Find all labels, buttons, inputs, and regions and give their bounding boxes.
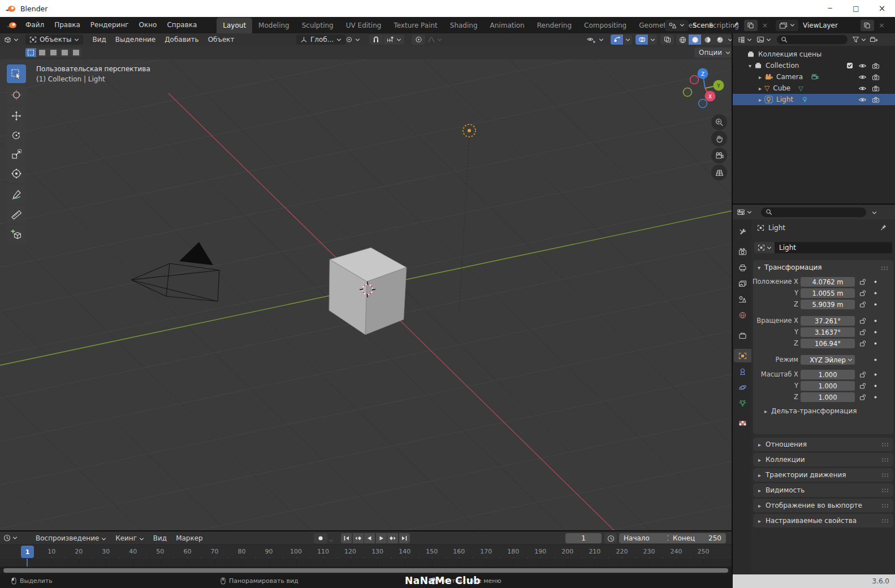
menu-Файл[interactable]: Файл [20, 17, 49, 33]
transform-panel-header[interactable]: ▾Трансформация [758, 263, 822, 271]
lock-open-icon[interactable] [859, 340, 866, 347]
animate-dot-icon[interactable] [873, 279, 878, 284]
light-object[interactable] [463, 124, 475, 137]
workspace-tab-modeling[interactable]: Modeling [252, 18, 296, 33]
collection-checkbox[interactable] [846, 62, 853, 69]
workspace-tab-rendering[interactable]: Rendering [531, 18, 578, 33]
frame-end-field[interactable]: Конец250 [668, 533, 726, 543]
shading-material-button[interactable] [701, 34, 714, 45]
pin-id-icon[interactable] [880, 224, 887, 232]
snap-toggle-button[interactable] [369, 34, 383, 45]
lock-open-icon[interactable] [859, 290, 866, 296]
blender-menu-logo-icon[interactable] [6, 20, 17, 30]
disclosure-closed-icon[interactable]: ▸ [759, 74, 762, 80]
workspace-tab-uv-editing[interactable]: UV Editing [340, 18, 388, 33]
tool-annotate[interactable] [7, 185, 26, 204]
workspace-tab-shading[interactable]: Shading [444, 18, 484, 33]
properties-tab-constraints[interactable] [734, 365, 751, 378]
overlays-dropdown[interactable] [648, 34, 657, 45]
hide-eye-icon[interactable] [858, 85, 867, 92]
transform-value-field[interactable]: 1.000 [801, 381, 855, 391]
timeline-ruler[interactable]: 1020304050607080901001101201301401501601… [0, 544, 732, 559]
id-type-dropdown[interactable] [754, 242, 775, 253]
section-disclosure-icon[interactable]: ▸ [758, 503, 761, 509]
section-disclosure-icon[interactable]: ▸ [758, 457, 761, 463]
transform-value-field[interactable]: 1.000 [801, 392, 855, 402]
outliner-row-collection[interactable]: ▾Collection [733, 60, 895, 71]
auto-keying-button[interactable] [314, 533, 327, 543]
viewport-menu-Вид[interactable]: Вид [88, 33, 110, 46]
timeline-menu-Кеинг[interactable]: Кеинг [111, 532, 149, 544]
delta-transform-subpanel[interactable]: ▸Дельта-трансформация [764, 407, 857, 415]
section-настраиваемые-свойства[interactable]: ▸Настраиваемые свойства [753, 514, 893, 528]
properties-options-dropdown[interactable] [872, 208, 877, 216]
select-mode-set[interactable] [25, 48, 36, 57]
section-траектории-движения[interactable]: ▸Траектории движения [753, 468, 893, 482]
animate-dot-icon[interactable] [873, 330, 878, 335]
properties-tab-texture[interactable] [734, 417, 751, 430]
tool-scale[interactable] [7, 145, 26, 163]
frame-start-field[interactable]: Начало1 [619, 533, 676, 543]
lock-open-icon[interactable] [859, 394, 866, 400]
pivot-point-dropdown[interactable] [343, 34, 363, 45]
animate-dot-icon[interactable] [873, 291, 878, 296]
rotation-mode-dropdown[interactable]: XYZ Эйлер [801, 355, 855, 365]
view-layer-type-dropdown[interactable] [776, 20, 798, 31]
menu-Справка[interactable]: Справка [162, 17, 202, 33]
outliner-filter-image-dropdown[interactable] [756, 36, 771, 43]
timeline-scrollbar[interactable] [3, 568, 728, 573]
shading-wireframe-button[interactable] [676, 34, 689, 45]
playback-next-keyframe-button[interactable] [387, 533, 398, 543]
lock-open-icon[interactable] [859, 383, 866, 389]
ortho-toggle-button[interactable] [711, 165, 727, 180]
scene-type-dropdown[interactable] [665, 20, 688, 31]
disclosure-open-icon[interactable]: ▾ [749, 63, 751, 69]
properties-tab-world[interactable] [734, 308, 751, 322]
section-disclosure-icon[interactable]: ▸ [758, 487, 761, 494]
gizmo-axes[interactable]: ZYX [677, 60, 732, 116]
properties-tab-physics[interactable] [734, 381, 751, 394]
timeline-tracks[interactable] [0, 559, 732, 567]
close-button[interactable]: × [869, 0, 895, 17]
snap-target-dropdown[interactable] [383, 34, 404, 45]
scene-name[interactable]: Scene [688, 21, 718, 29]
options-dropdown[interactable]: Опции [694, 47, 735, 58]
outliner-row-коллекция-сцены[interactable]: Коллекция сцены [733, 49, 895, 60]
properties-tab-render[interactable] [734, 245, 751, 258]
animate-dot-icon[interactable] [873, 383, 878, 388]
render-visibility-icon[interactable] [872, 97, 880, 103]
lock-open-icon[interactable] [859, 329, 866, 335]
shading-solid-button[interactable] [689, 34, 701, 45]
section-disclosure-icon[interactable]: ▸ [758, 518, 761, 524]
section-видимость[interactable]: ▸Видимость [753, 483, 893, 497]
tool-cursor[interactable] [7, 85, 26, 104]
section-disclosure-icon[interactable]: ▸ [758, 472, 761, 478]
timeline-menu-Воспроизведение[interactable]: Воспроизведение [31, 532, 111, 544]
lock-open-icon[interactable] [859, 301, 866, 308]
camera-view-button[interactable] [711, 148, 727, 163]
editor-type-button[interactable] [3, 36, 19, 44]
section-disclosure-icon[interactable]: ▸ [758, 442, 761, 448]
transform-value-field[interactable]: 1.0055 m [801, 288, 855, 298]
camera-object[interactable] [131, 242, 219, 301]
outliner-row-camera[interactable]: ▸Camera [733, 71, 895, 83]
outliner-search-input[interactable] [777, 35, 848, 44]
playback-play-reverse-button[interactable] [364, 533, 375, 543]
transform-value-field[interactable]: 3.1637° [801, 327, 855, 337]
panel-disclosure-icon[interactable]: ▾ [758, 265, 760, 271]
mode-dropdown[interactable]: Объекты [25, 34, 83, 45]
auto-keying-dropdown[interactable] [328, 536, 334, 544]
tool-rotate[interactable] [7, 126, 26, 144]
animate-dot-icon[interactable] [873, 318, 878, 323]
section-отображение-во-вьюпорте[interactable]: ▸Отображение во вьюпорте [753, 499, 893, 512]
tool-move[interactable] [7, 106, 26, 125]
hide-eye-icon[interactable] [858, 97, 867, 103]
disclosure-closed-icon[interactable]: ▸ [759, 85, 762, 92]
tool-select-box[interactable] [7, 64, 26, 83]
properties-tab-scene[interactable] [734, 292, 751, 306]
section-коллекции[interactable]: ▸Коллекции [753, 453, 893, 466]
select-mode-intersect[interactable] [71, 48, 81, 57]
pan-view-button[interactable] [711, 131, 727, 146]
playback-jump-end-button[interactable] [399, 533, 410, 543]
shading-rendered-button[interactable] [714, 34, 726, 45]
